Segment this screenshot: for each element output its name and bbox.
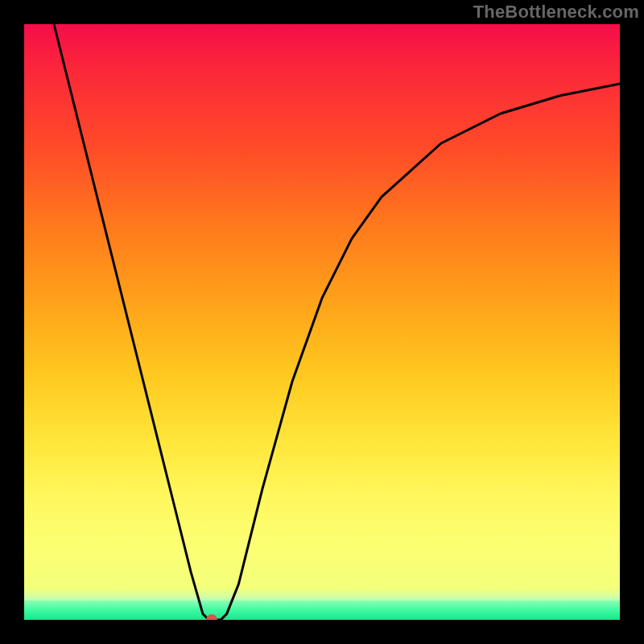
min-marker-dot — [206, 614, 217, 620]
curve-path — [54, 24, 620, 620]
plot-area — [24, 24, 620, 620]
watermark-text: TheBottleneck.com — [473, 2, 639, 23]
bottleneck-curve — [24, 24, 620, 620]
chart-frame: TheBottleneck.com — [0, 0, 644, 644]
